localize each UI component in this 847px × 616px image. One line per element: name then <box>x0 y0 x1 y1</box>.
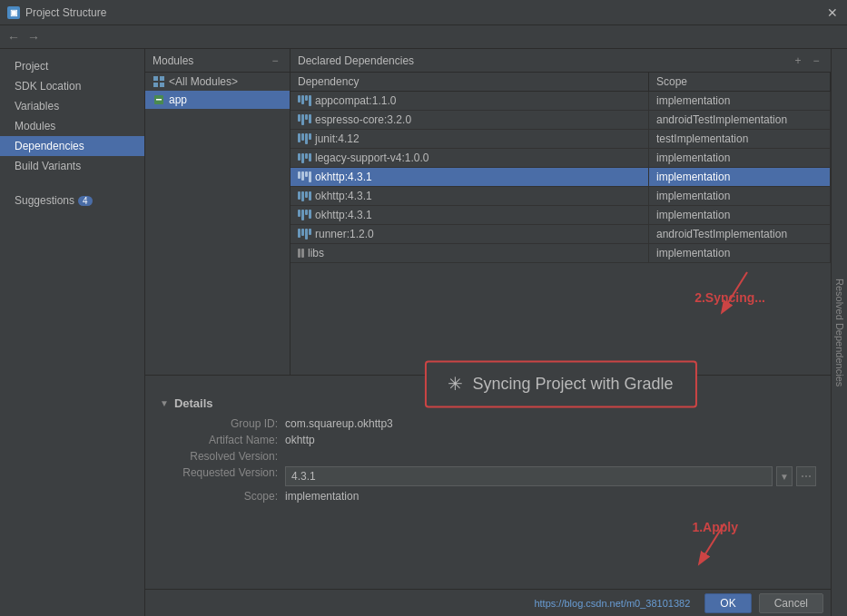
dep-name: okhttp:4.3.1 <box>315 209 372 221</box>
dep-panel-header: Declared Dependencies + − <box>291 49 831 73</box>
dep-bar-icon <box>298 95 311 106</box>
dep-cell-dep: okhttp:4.3.1 <box>291 168 649 186</box>
table-row[interactable]: espresso-core:3.2.0 androidTestImplement… <box>291 111 831 130</box>
syncing-box: ✳ Syncing Project with Gradle <box>424 360 696 407</box>
module-grid-icon <box>153 75 165 88</box>
group-id-label: Group ID: <box>160 417 278 430</box>
resolved-version-label: Resolved Version: <box>160 450 278 463</box>
dep-name: okhttp:4.3.1 <box>315 190 372 202</box>
suggestions-label: Suggestions <box>15 194 74 207</box>
url-text: https://blog.csdn.net/m0_38101382 <box>534 598 690 609</box>
details-title: Details <box>174 396 213 410</box>
resolved-version-value <box>285 450 816 463</box>
dep-name: libs <box>308 247 324 259</box>
sidebar-item-sdk-location[interactable]: SDK Location <box>0 76 144 96</box>
dep-cell-dep: appcompat:1.1.0 <box>291 92 649 110</box>
dep-panel-actions: + − <box>791 54 823 68</box>
syncing-text: Syncing Project with Gradle <box>472 375 673 394</box>
module-app-label: app <box>169 93 187 106</box>
dep-bar-icon <box>298 191 311 201</box>
scope-value: implementation <box>285 490 816 503</box>
details-grid: Group ID: com.squareup.okhttp3 Artifact … <box>160 417 816 503</box>
sidebar: Project SDK Location Variables Modules D… <box>0 49 145 616</box>
dep-name: okhttp:4.3.1 <box>315 171 372 183</box>
sidebar-item-dependencies[interactable]: Dependencies <box>0 136 144 156</box>
dep-cell-scope: implementation <box>649 92 831 110</box>
module-item-all[interactable]: <All Modules> <box>145 73 290 91</box>
suggestions-badge: 4 <box>78 196 93 206</box>
table-row[interactable]: legacy-support-v4:1.0.0 implementation <box>291 149 831 168</box>
table-row[interactable]: runner:1.2.0 androidTestImplementation <box>291 225 831 244</box>
cancel-button[interactable]: Cancel <box>759 593 823 613</box>
dep-cell-scope: testImplementation <box>649 130 831 148</box>
dep-cell-dep: runner:1.2.0 <box>291 225 649 243</box>
modules-panel: Modules − <All Modules> <box>145 49 291 375</box>
artifact-name-value: okhttp <box>285 434 816 446</box>
requested-version-label: Requested Version: <box>160 466 278 486</box>
ok-button[interactable]: OK <box>704 593 751 613</box>
module-item-app[interactable]: app <box>145 91 290 109</box>
dep-cell-dep: okhttp:4.3.1 <box>291 187 649 205</box>
table-row[interactable]: okhttp:4.3.1 implementation <box>291 206 831 225</box>
modules-list: <All Modules> app <box>145 73 290 375</box>
dep-cell-scope: implementation <box>649 187 831 205</box>
dep-cell-scope: androidTestImplementation <box>649 111 831 129</box>
dep-add-btn[interactable]: + <box>791 54 805 68</box>
content-area: Modules − <All Modules> <box>145 49 831 616</box>
main-layout: Project SDK Location Variables Modules D… <box>0 49 847 616</box>
dependencies-panel: Declared Dependencies + − Dependency Sco… <box>291 49 831 375</box>
module-app-icon <box>153 93 165 106</box>
dep-panel-title: Declared Dependencies <box>298 54 414 67</box>
right-sidebar[interactable]: Resolved Dependencies <box>831 49 847 616</box>
dep-cell-dep: legacy-support-v4:1.0.0 <box>291 149 649 167</box>
dep-cell-scope: androidTestImplementation <box>649 225 831 243</box>
table-row[interactable]: libs implementation <box>291 244 831 263</box>
sidebar-item-project[interactable]: Project <box>0 56 144 76</box>
modules-panel-title: Modules <box>153 54 193 67</box>
title-bar: ▣ Project Structure ✕ <box>0 0 847 25</box>
scope-label: Scope: <box>160 490 278 503</box>
dep-bar-icon <box>298 133 311 144</box>
modules-minus-btn[interactable]: − <box>268 54 282 68</box>
sidebar-item-variables[interactable]: Variables <box>0 96 144 116</box>
module-all-label: <All Modules> <box>169 75 238 88</box>
dep-cell-scope: implementation <box>649 149 831 167</box>
resolved-deps-label: Resolved Dependencies <box>834 279 845 386</box>
table-row[interactable]: appcompat:1.1.0 implementation <box>291 92 831 111</box>
svg-rect-1 <box>160 76 164 81</box>
back-button[interactable]: ← <box>7 30 20 44</box>
table-row[interactable]: junit:4.12 testImplementation <box>291 130 831 149</box>
bottom-bar: https://blog.csdn.net/m0_38101382 OK Can… <box>145 589 831 616</box>
dep-cell-dep: libs <box>291 244 649 262</box>
requested-version-input[interactable] <box>285 466 773 486</box>
sidebar-item-build-variants[interactable]: Build Variants <box>0 156 144 176</box>
sidebar-suggestions[interactable]: Suggestions4 <box>0 191 144 210</box>
top-panels: Modules − <All Modules> <box>145 49 831 376</box>
sync-spinner-icon: ✳ <box>448 373 463 395</box>
svg-rect-2 <box>153 83 158 87</box>
dep-name: appcompat:1.1.0 <box>315 94 396 107</box>
table-row[interactable]: okhttp:4.3.1 implementation <box>291 168 831 187</box>
dep-cell-dep: okhttp:4.3.1 <box>291 206 649 224</box>
title-bar-text: Project Structure <box>25 6 825 19</box>
requested-version-input-row: ▼ ⋯ <box>285 466 816 486</box>
title-bar-controls: ✕ <box>825 5 840 20</box>
table-row[interactable]: okhttp:4.3.1 implementation <box>291 187 831 206</box>
close-button[interactable]: ✕ <box>825 5 840 20</box>
dep-name: runner:1.2.0 <box>315 228 374 240</box>
dep-bar-icon <box>298 210 311 220</box>
dep-remove-btn[interactable]: − <box>809 54 823 68</box>
dep-bar-icon <box>298 229 311 240</box>
artifact-name-label: Artifact Name: <box>160 434 278 446</box>
dep-bar-icon <box>298 249 304 258</box>
dep-cell-scope: implementation <box>649 244 831 262</box>
dep-table-header: Dependency Scope <box>291 73 831 92</box>
sidebar-item-modules[interactable]: Modules <box>0 116 144 136</box>
version-dropdown-btn[interactable]: ▼ <box>776 466 793 486</box>
details-triangle-icon: ▼ <box>160 398 169 408</box>
forward-button[interactable]: → <box>27 30 40 44</box>
version-extra-btn[interactable]: ⋯ <box>796 466 816 486</box>
dep-name: junit:4.12 <box>315 132 359 145</box>
modules-panel-header: Modules − <box>145 49 290 73</box>
dep-cell-dep: espresso-core:3.2.0 <box>291 111 649 129</box>
